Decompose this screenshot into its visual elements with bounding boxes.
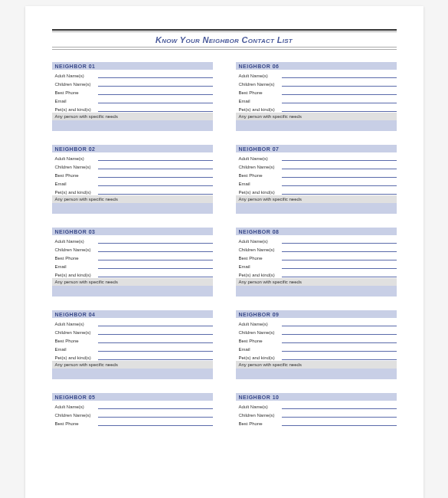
field-underline — [98, 343, 213, 352]
needs-label: Any person with specific needs — [55, 197, 118, 201]
needs-row: Any person with specific needs — [236, 195, 397, 203]
field-row-phone: Best Phone — [236, 335, 397, 343]
field-row-adult: Adult Name(s) — [236, 318, 397, 326]
field-label: Pet(s) and kind(s) — [55, 273, 98, 277]
neighbor-number: NEIGHBOR 08 — [239, 229, 280, 234]
field-label: Best Phone — [55, 173, 98, 178]
needs-label: Any person with specific needs — [55, 280, 118, 284]
neighbor-card: NEIGHBOR 04Adult Name(s)Children Name(s)… — [52, 310, 213, 379]
field-label: Best Phone — [55, 256, 98, 260]
field-label: Pet(s) and kind(s) — [55, 355, 98, 360]
field-row-phone: Best Phone — [52, 335, 213, 343]
column-left: NEIGHBOR 01Adult Name(s)Children Name(s)… — [52, 62, 213, 440]
field-underline — [282, 186, 397, 195]
field-row-children: Children Name(s) — [236, 78, 397, 87]
field-label: Children Name(s) — [239, 82, 282, 87]
card-header: NEIGHBOR 02 — [52, 145, 213, 152]
needs-row: Any person with specific needs — [52, 195, 213, 203]
field-underline — [282, 352, 397, 360]
card-header: NEIGHBOR 06 — [236, 62, 397, 70]
field-row-pets: Pet(s) and kind(s) — [52, 103, 213, 112]
field-label: Best Phone — [239, 421, 282, 426]
field-label: Adult Name(s) — [55, 322, 98, 326]
field-row-phone: Best Phone — [52, 87, 213, 95]
neighbor-number: NEIGHBOR 01 — [55, 64, 96, 69]
field-label: Pet(s) and kind(s) — [239, 355, 282, 360]
neighbor-card: NEIGHBOR 09Adult Name(s)Children Name(s)… — [236, 310, 397, 379]
rule-top-thin — [52, 31, 397, 32]
needs-block — [236, 120, 397, 131]
field-underline — [282, 161, 397, 169]
neighbor-number: NEIGHBOR 05 — [55, 395, 96, 400]
field-underline — [98, 260, 213, 269]
field-label: Best Phone — [55, 421, 98, 426]
neighbor-card: NEIGHBOR 08Adult Name(s)Children Name(s)… — [236, 228, 397, 297]
field-underline — [282, 169, 397, 178]
field-row-children: Children Name(s) — [236, 326, 397, 335]
neighbor-card: NEIGHBOR 10Adult Name(s)Children Name(s)… — [236, 393, 397, 426]
field-underline — [98, 186, 213, 195]
needs-row: Any person with specific needs — [236, 278, 397, 286]
field-label: Best Phone — [239, 173, 282, 178]
field-row-adult: Adult Name(s) — [52, 401, 213, 409]
field-underline — [282, 152, 397, 161]
field-label: Adult Name(s) — [239, 74, 282, 78]
field-label: Adult Name(s) — [55, 74, 98, 78]
document-title: Know Your Neighbor Contact List — [52, 35, 397, 44]
field-underline — [282, 326, 397, 335]
needs-block — [236, 369, 397, 379]
columns: NEIGHBOR 01Adult Name(s)Children Name(s)… — [52, 62, 397, 440]
neighbor-number: NEIGHBOR 10 — [239, 395, 280, 400]
field-label: Email — [55, 99, 98, 103]
needs-label: Any person with specific needs — [55, 362, 118, 367]
field-label: Email — [239, 99, 282, 103]
field-row-pets: Pet(s) and kind(s) — [52, 186, 213, 195]
field-label: Children Name(s) — [239, 413, 282, 418]
field-label: Email — [55, 264, 98, 269]
field-underline — [98, 244, 213, 252]
field-row-email: Email — [236, 95, 397, 103]
field-row-pets: Pet(s) and kind(s) — [52, 269, 213, 277]
field-underline — [98, 78, 213, 87]
field-underline — [98, 252, 213, 260]
field-label: Children Name(s) — [55, 330, 98, 335]
needs-label: Any person with specific needs — [239, 362, 302, 367]
field-row-email: Email — [236, 343, 397, 352]
neighbor-number: NEIGHBOR 09 — [239, 312, 280, 317]
field-row-adult: Adult Name(s) — [236, 152, 397, 161]
field-underline — [98, 235, 213, 244]
card-header: NEIGHBOR 07 — [236, 145, 397, 152]
field-label: Adult Name(s) — [239, 405, 282, 409]
field-underline — [98, 318, 213, 326]
field-label: Email — [239, 347, 282, 352]
field-underline — [282, 244, 397, 252]
field-underline — [98, 161, 213, 169]
field-row-pets: Pet(s) and kind(s) — [236, 269, 397, 277]
document-page: Know Your Neighbor Contact List NEIGHBOR… — [25, 6, 423, 498]
needs-row: Any person with specific needs — [52, 361, 213, 369]
field-row-phone: Best Phone — [52, 252, 213, 260]
field-underline — [98, 178, 213, 186]
field-underline — [98, 418, 213, 426]
field-row-pets: Pet(s) and kind(s) — [236, 352, 397, 360]
needs-block — [236, 286, 397, 297]
field-row-children: Children Name(s) — [52, 244, 213, 252]
field-row-children: Children Name(s) — [52, 409, 213, 418]
field-label: Children Name(s) — [239, 165, 282, 169]
field-underline — [282, 95, 397, 103]
field-row-phone: Best Phone — [236, 87, 397, 95]
neighbor-card: NEIGHBOR 02Adult Name(s)Children Name(s)… — [52, 145, 213, 214]
card-header: NEIGHBOR 04 — [52, 310, 213, 318]
needs-label: Any person with specific needs — [239, 280, 302, 284]
field-row-children: Children Name(s) — [236, 161, 397, 169]
field-underline — [98, 401, 213, 409]
neighbor-card: NEIGHBOR 07Adult Name(s)Children Name(s)… — [236, 145, 397, 214]
field-underline — [282, 70, 397, 78]
field-row-email: Email — [52, 343, 213, 352]
field-label: Adult Name(s) — [239, 156, 282, 161]
card-header: NEIGHBOR 03 — [52, 228, 213, 235]
field-label: Best Phone — [55, 90, 98, 95]
needs-row: Any person with specific needs — [52, 278, 213, 286]
field-row-phone: Best Phone — [52, 169, 213, 178]
needs-label: Any person with specific needs — [239, 197, 302, 201]
